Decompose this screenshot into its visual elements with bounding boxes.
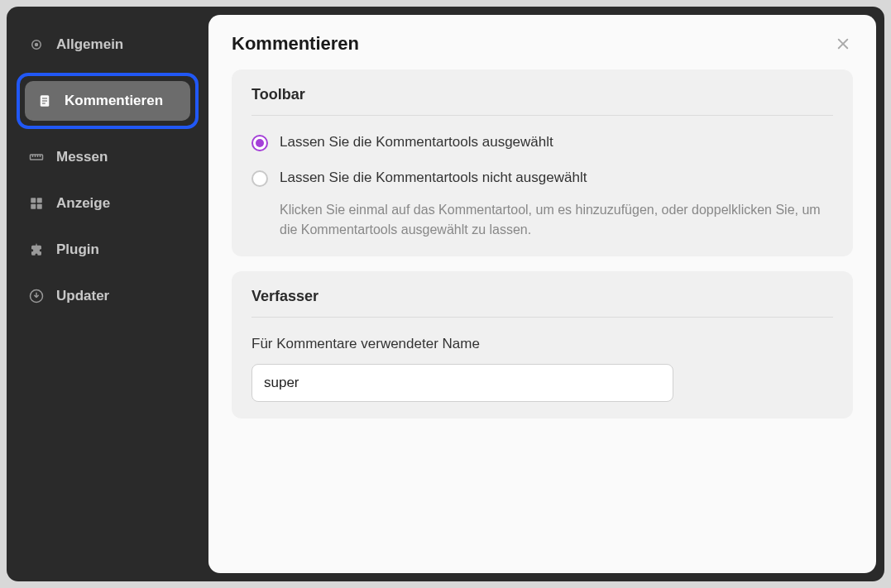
- sidebar-item-label: Anzeige: [56, 195, 110, 212]
- radio-input[interactable]: [251, 170, 268, 187]
- grid-icon: [28, 195, 45, 212]
- author-section: Verfasser Für Kommentare verwendeter Nam…: [232, 271, 853, 418]
- sidebar-item-measure[interactable]: Messen: [17, 137, 199, 177]
- sidebar-item-comment[interactable]: Kommentieren: [25, 81, 190, 121]
- radio-input[interactable]: [251, 135, 268, 151]
- toolbar-section: Toolbar Lassen Sie die Kommentartools au…: [232, 69, 853, 256]
- sidebar-item-label: Updater: [56, 288, 109, 304]
- sidebar-item-display[interactable]: Anzeige: [17, 184, 199, 223]
- download-icon: [28, 288, 45, 304]
- radio-keep-selected[interactable]: Lassen Sie die Kommentartools ausgewählt: [251, 134, 833, 151]
- document-icon: [36, 93, 53, 109]
- svg-rect-13: [31, 204, 36, 209]
- svg-point-1: [36, 44, 38, 46]
- helper-text: Klicken Sie einmal auf das Kommentartool…: [280, 200, 833, 240]
- close-button[interactable]: [833, 34, 853, 54]
- content-panel: Kommentieren Toolbar Lassen Sie die Komm…: [208, 15, 876, 573]
- sidebar-item-label: Kommentieren: [65, 93, 163, 109]
- sidebar-item-label: Messen: [56, 149, 108, 165]
- svg-rect-14: [37, 204, 42, 209]
- radio-label: Lassen Sie die Kommentartools ausgewählt: [280, 134, 553, 151]
- sidebar: Allgemein Kommentieren Messen Anzeige: [7, 7, 208, 581]
- svg-rect-12: [37, 198, 42, 203]
- radio-not-selected[interactable]: Lassen Sie die Kommentartools nicht ausg…: [251, 170, 833, 187]
- sidebar-item-plugin[interactable]: Plugin: [17, 230, 199, 270]
- sidebar-item-general[interactable]: Allgemein: [17, 25, 199, 65]
- settings-modal: Allgemein Kommentieren Messen Anzeige: [7, 7, 884, 581]
- author-name-input[interactable]: [251, 364, 673, 402]
- sidebar-item-label: Plugin: [56, 241, 99, 258]
- content-header: Kommentieren: [232, 33, 853, 55]
- gear-icon: [28, 36, 45, 53]
- svg-rect-11: [31, 198, 36, 203]
- sidebar-item-label: Allgemein: [56, 36, 123, 53]
- puzzle-icon: [28, 241, 45, 258]
- ruler-icon: [28, 149, 45, 165]
- section-heading-author: Verfasser: [251, 288, 833, 318]
- sidebar-item-updater[interactable]: Updater: [17, 276, 199, 316]
- section-heading-toolbar: Toolbar: [251, 86, 833, 116]
- page-title: Kommentieren: [232, 33, 359, 55]
- radio-label: Lassen Sie die Kommentartools nicht ausg…: [280, 170, 587, 186]
- sidebar-active-highlight: Kommentieren: [17, 73, 199, 129]
- author-name-label: Für Kommentare verwendeter Name: [251, 336, 833, 352]
- close-icon: [836, 36, 850, 51]
